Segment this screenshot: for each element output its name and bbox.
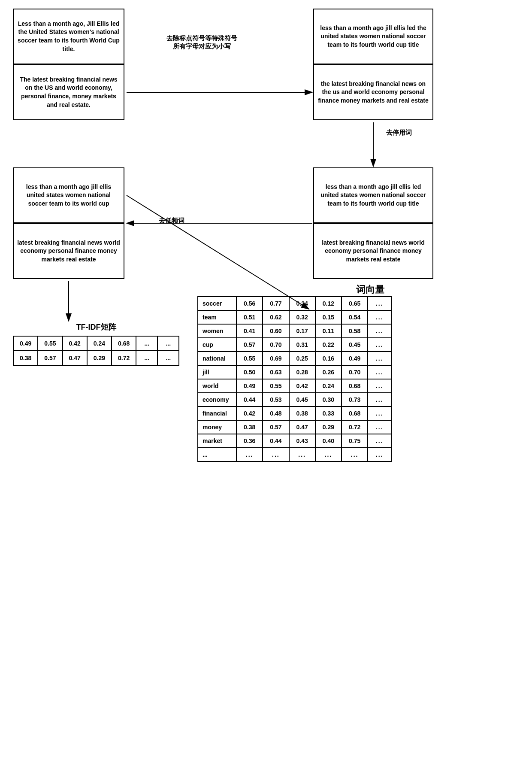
- wordvec-cell: 0.41: [236, 324, 263, 338]
- wordvec-cell: 0.51: [236, 310, 263, 324]
- tfidf-table: 0.490.550.420.240.68......0.380.570.470.…: [13, 336, 179, 366]
- wordvec-cell: 0.53: [263, 393, 289, 407]
- wordvec-cell: ...: [315, 448, 342, 461]
- wordvec-word: women: [198, 324, 236, 338]
- wordvec-cell: 0.38: [289, 407, 315, 420]
- wordvec-cell: 0.43: [289, 434, 315, 448]
- wordvec-cell: 0.28: [289, 365, 315, 379]
- wordvec-cell: 0.55: [236, 352, 263, 365]
- doc1-stopwords-removed: less than a month ago jill ellis led uni…: [313, 167, 433, 223]
- wordvec-cell: 0.57: [236, 338, 263, 352]
- wordvec-cell: ...: [289, 448, 315, 461]
- wordvec-cell: 0.33: [315, 407, 342, 420]
- doc2-original: The latest breaking financial news on th…: [13, 64, 124, 120]
- wordvec-cell: 0.12: [315, 297, 342, 310]
- wordvec-cell: 0.26: [315, 365, 342, 379]
- wordvec-cell: ...: [368, 420, 391, 434]
- wordvec-cell: 0.62: [263, 310, 289, 324]
- wordvec-cell: ...: [368, 379, 391, 393]
- wordvec-cell: 0.73: [342, 393, 368, 407]
- wordvec-word: market: [198, 434, 236, 448]
- wordvec-cell: 0.63: [263, 365, 289, 379]
- wordvec-cell: ...: [368, 434, 391, 448]
- step1-label: 去除标点符号等特殊符号所有字母对应为小写: [137, 34, 266, 51]
- wordvec-cell: 0.24: [315, 379, 342, 393]
- matrix-cell: 0.72: [112, 351, 136, 365]
- wordvec-cell: 0.60: [263, 324, 289, 338]
- wordvec-word: jill: [198, 365, 236, 379]
- wordvec-word: financial: [198, 407, 236, 420]
- wordvec-cell: ...: [236, 448, 263, 461]
- wordvec-cell: ...: [368, 448, 391, 461]
- wordvec-cell: 0.30: [315, 393, 342, 407]
- wordvec-cell: ...: [368, 393, 391, 407]
- wordvec-word: economy: [198, 393, 236, 407]
- wordvec-word: national: [198, 352, 236, 365]
- wordvec-cell: ...: [368, 352, 391, 365]
- wordvec-word: world: [198, 379, 236, 393]
- wordvec-cell: ...: [342, 448, 368, 461]
- wordvec-cell: 0.44: [236, 393, 263, 407]
- matrix-cell: 0.49: [13, 336, 38, 351]
- wordvec-cell: 0.44: [263, 434, 289, 448]
- doc2-lowfreq-removed: latest breaking financial news world eco…: [13, 223, 124, 279]
- wordvec-word: money: [198, 420, 236, 434]
- wordvec-table: soccer0.560.770.240.120.65...team0.510.6…: [197, 296, 392, 462]
- step3-label: 去低频词: [146, 217, 197, 225]
- wordvec-cell: 0.49: [236, 379, 263, 393]
- matrix-cell: ...: [157, 351, 179, 365]
- wordvec-cell: 0.40: [315, 434, 342, 448]
- wordvec-cell: 0.57: [263, 420, 289, 434]
- matrix-cell: 0.57: [38, 351, 62, 365]
- wordvec-cell: 0.77: [263, 297, 289, 310]
- matrix-cell: ...: [136, 351, 157, 365]
- wordvec-cell: 0.54: [342, 310, 368, 324]
- wordvec-cell: 0.25: [289, 352, 315, 365]
- wordvec-cell: 0.42: [289, 379, 315, 393]
- wordvec-cell: 0.69: [263, 352, 289, 365]
- wordvec-cell: 0.29: [315, 420, 342, 434]
- svg-line-5: [127, 195, 309, 309]
- wordvec-cell: ...: [368, 297, 391, 310]
- wordvec-cell: 0.58: [342, 324, 368, 338]
- wordvec-cell: 0.70: [342, 365, 368, 379]
- wordvec-cell: 0.11: [315, 324, 342, 338]
- wordvec-cell: ...: [368, 324, 391, 338]
- wordvec-cell: ...: [368, 338, 391, 352]
- wordvec-cell: 0.22: [315, 338, 342, 352]
- wordvec-cell: 0.56: [236, 297, 263, 310]
- matrix-cell: 0.47: [63, 351, 87, 365]
- wordvec-cell: 0.15: [315, 310, 342, 324]
- wordvec-word: ...: [198, 448, 236, 461]
- wordvec-cell: ...: [368, 365, 391, 379]
- wordvec-cell: 0.55: [263, 379, 289, 393]
- wordvec-cell: 0.75: [342, 434, 368, 448]
- matrix-cell: 0.68: [112, 336, 136, 351]
- matrix-cell: 0.38: [13, 351, 38, 365]
- wordvec-cell: ...: [368, 407, 391, 420]
- step2-label: 去停用词: [373, 129, 425, 137]
- doc1-lowercase: less than a month ago jill ellis led the…: [313, 9, 433, 64]
- wordvec-word: soccer: [198, 297, 236, 310]
- doc1-original: Less than a month ago, Jill Ellis led th…: [13, 9, 124, 64]
- matrix-cell: 0.29: [87, 351, 112, 365]
- wordvec-cell: ...: [368, 310, 391, 324]
- wordvec-cell: 0.70: [263, 338, 289, 352]
- wordvec-cell: 0.17: [289, 324, 315, 338]
- wordvec-cell: 0.45: [289, 393, 315, 407]
- wordvec-cell: 0.47: [289, 420, 315, 434]
- wordvec-word: team: [198, 310, 236, 324]
- matrix-cell: 0.24: [87, 336, 112, 351]
- wordvec-cell: 0.16: [315, 352, 342, 365]
- wordvec-cell: 0.50: [236, 365, 263, 379]
- wordvec-cell: 0.32: [289, 310, 315, 324]
- matrix-cell: ...: [157, 336, 179, 351]
- wordvec-cell: 0.65: [342, 297, 368, 310]
- wordvec-cell: 0.72: [342, 420, 368, 434]
- wordvec-cell: 0.68: [342, 407, 368, 420]
- wordvec-cell: 0.45: [342, 338, 368, 352]
- matrix-cell: 0.55: [38, 336, 62, 351]
- wordvec-cell: ...: [263, 448, 289, 461]
- doc2-lowercase: the latest breaking financial news on th…: [313, 64, 433, 120]
- wordvec-label: 词向量: [356, 283, 384, 296]
